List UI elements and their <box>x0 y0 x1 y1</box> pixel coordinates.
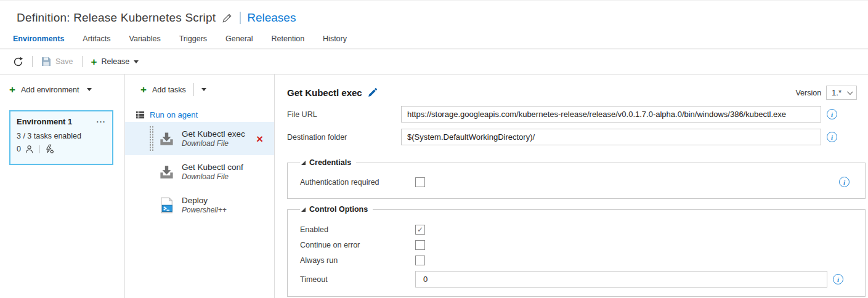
chevron-down-icon <box>134 60 139 63</box>
task-item-get-kubectl-exec[interactable]: Get Kubectl exec Download File × <box>125 122 274 155</box>
release-button-label: Release <box>101 57 129 66</box>
destination-folder-label: Destination folder <box>287 133 401 142</box>
page-header: Definition: Release Kubernetes Script Re… <box>0 1 868 28</box>
always-run-checkbox[interactable] <box>415 256 425 265</box>
credentials-section: Credentials Authentication required i <box>287 158 866 199</box>
delete-task-icon[interactable]: × <box>256 133 263 145</box>
save-button-label: Save <box>55 57 73 66</box>
continue-on-error-checkbox[interactable] <box>415 240 425 250</box>
release-button[interactable]: + Release <box>91 57 139 67</box>
task-editor-title: Get Kubectl exec <box>287 87 362 98</box>
powershell-icon <box>158 197 175 214</box>
releases-link[interactable]: Releases <box>247 11 296 25</box>
enabled-checkbox[interactable] <box>415 225 425 235</box>
task-title: Get Kubectl exec <box>182 129 254 139</box>
control-options-title: Control Options <box>309 205 368 214</box>
file-url-input[interactable] <box>401 106 821 123</box>
agent-phase-icon <box>136 110 145 119</box>
task-title: Deploy <box>182 196 269 205</box>
environment-card[interactable]: Environment 1 ··· 3 / 3 tasks enabled 0 <box>9 110 113 165</box>
continue-on-error-label: Continue on error <box>300 241 415 249</box>
file-url-label: File URL <box>287 110 401 119</box>
add-tasks-label: Add tasks <box>152 86 186 94</box>
tab-history[interactable]: History <box>323 34 347 49</box>
chevron-down-icon <box>847 89 853 95</box>
version-value: 1.* <box>832 88 842 97</box>
run-on-agent-label: Run on agent <box>150 110 198 119</box>
tasks-panel: + Add tasks Run on agent Get Kubectl exe… <box>125 74 275 298</box>
refresh-icon <box>13 57 23 67</box>
refresh-button[interactable] <box>13 57 23 67</box>
timeout-label: Timeout <box>300 275 415 284</box>
collapse-triangle-icon <box>301 207 306 212</box>
icon-divider <box>39 145 39 153</box>
tab-artifacts[interactable]: Artifacts <box>83 34 110 49</box>
title-separator <box>240 12 241 24</box>
definition-tab-bar: Environments Artifacts Variables Trigger… <box>0 28 868 49</box>
authentication-required-checkbox[interactable] <box>415 177 425 187</box>
credentials-title: Credentials <box>309 158 351 167</box>
rename-task-pencil-icon[interactable] <box>367 87 378 98</box>
task-subtitle: Powershell++ <box>182 206 269 214</box>
timeout-input[interactable] <box>415 271 827 288</box>
add-icon: + <box>91 57 97 67</box>
destination-folder-input[interactable] <box>401 129 821 145</box>
task-item-deploy[interactable]: Deploy Powershell++ <box>125 188 274 222</box>
task-item-get-kubectl-conf[interactable]: Get Kubectl conf Download File <box>125 155 274 188</box>
tab-environments[interactable]: Environments <box>13 34 64 49</box>
editor-content: + Add environment Environment 1 ··· 3 / … <box>0 74 868 298</box>
credentials-section-header[interactable]: Credentials <box>300 158 356 167</box>
tab-triggers[interactable]: Triggers <box>179 34 207 49</box>
task-editor-panel: Get Kubectl exec Version 1.* File URL i … <box>275 74 868 298</box>
always-run-label: Always run <box>300 256 415 265</box>
run-on-agent-group[interactable]: Run on agent <box>136 110 274 119</box>
control-options-section: Control Options Enabled Continue on erro… <box>287 205 866 297</box>
download-file-icon <box>158 164 175 180</box>
page-title: Definition: Release Kubernetes Script <box>17 11 216 25</box>
info-icon[interactable]: i <box>827 132 837 142</box>
add-icon: + <box>140 84 147 95</box>
task-subtitle: Download File <box>182 139 254 148</box>
enabled-label: Enabled <box>300 225 415 234</box>
chevron-down-icon[interactable] <box>201 88 206 91</box>
control-options-section-header[interactable]: Control Options <box>300 205 373 214</box>
approvals-count: 0 <box>17 145 21 153</box>
authentication-required-label: Authentication required <box>300 178 415 187</box>
environments-panel: + Add environment Environment 1 ··· 3 / … <box>0 74 125 298</box>
environment-more-menu[interactable]: ··· <box>97 118 107 126</box>
toolbar-divider <box>32 56 33 67</box>
add-environment-button[interactable]: + Add environment <box>9 84 124 95</box>
command-toolbar: Save + Release <box>0 49 868 74</box>
tab-general[interactable]: General <box>225 34 253 49</box>
chevron-down-icon <box>87 88 92 91</box>
collapse-triangle-icon <box>301 161 306 165</box>
deployment-conditions-icon[interactable] <box>44 144 54 154</box>
add-icon: + <box>9 84 15 95</box>
download-file-icon <box>158 131 175 147</box>
version-label: Version <box>795 89 821 97</box>
info-icon[interactable]: i <box>827 109 837 119</box>
toolbar-divider <box>82 56 83 67</box>
button-divider <box>193 83 194 96</box>
person-icon[interactable] <box>25 145 34 154</box>
tab-retention[interactable]: Retention <box>272 34 305 49</box>
task-title: Get Kubectl conf <box>182 163 269 172</box>
task-subtitle: Download File <box>182 172 269 181</box>
environment-name: Environment 1 <box>17 117 72 126</box>
save-button[interactable]: Save <box>41 57 73 66</box>
rename-definition-pencil-icon[interactable] <box>222 13 232 23</box>
environment-tasks-summary: 3 / 3 tasks enabled <box>17 132 106 140</box>
tab-variables[interactable]: Variables <box>129 34 161 49</box>
info-icon[interactable]: i <box>833 274 843 284</box>
info-icon[interactable]: i <box>839 177 850 187</box>
drag-handle[interactable] <box>149 126 154 151</box>
add-environment-label: Add environment <box>21 86 79 94</box>
save-icon <box>41 57 51 66</box>
add-tasks-button[interactable]: + Add tasks <box>125 83 274 96</box>
version-select[interactable]: 1.* <box>826 86 857 100</box>
